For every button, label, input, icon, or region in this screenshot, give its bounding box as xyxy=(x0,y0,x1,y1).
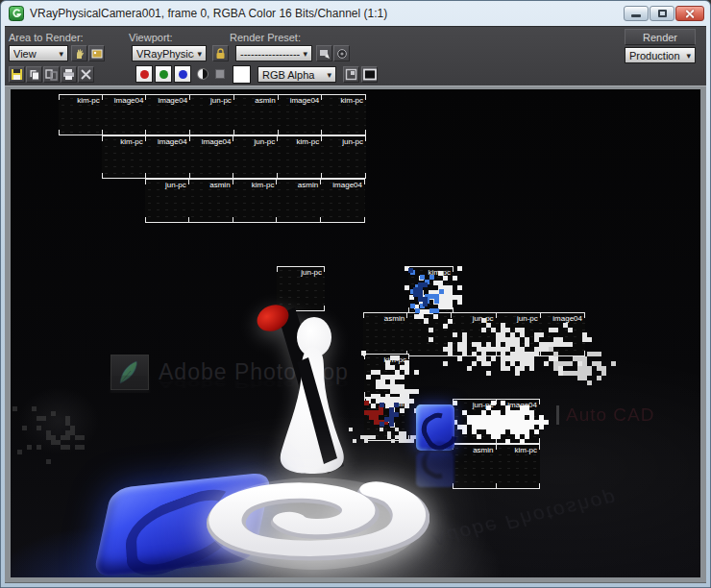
debris-gray-left xyxy=(12,406,17,411)
strip-segment: kim-pc xyxy=(497,445,541,488)
lock-icon xyxy=(215,48,226,60)
strip-segment-label: kim-pc xyxy=(383,355,406,365)
strip-segment: image04 xyxy=(497,400,541,443)
clone-window-button[interactable] xyxy=(43,66,60,83)
save-image-button[interactable] xyxy=(9,66,25,83)
strip-segment-label: asmin xyxy=(384,314,405,324)
strip-segment-label: asmin xyxy=(298,181,318,190)
strip-segment-label: kim-pc xyxy=(340,96,363,106)
clone-icon xyxy=(45,68,58,81)
strip-segment-label: jun-pc xyxy=(517,314,538,324)
clear-icon xyxy=(80,68,92,81)
maximize-icon xyxy=(658,10,667,17)
strip-segment-label: image04 xyxy=(507,401,537,410)
strip-segment: jun-pc xyxy=(322,136,366,178)
viewport-label: Viewport: xyxy=(129,32,173,43)
strip-segment: kim-pc xyxy=(59,95,103,135)
save-icon xyxy=(11,68,23,81)
title-bar[interactable]: VRayPhysicalCamera001, frame 0, RGBA Col… xyxy=(1,1,710,26)
monochrome-button[interactable] xyxy=(197,68,208,80)
viewport-display-button[interactable] xyxy=(361,66,378,83)
viewport-select[interactable]: VRayPhysicalCam xyxy=(132,45,207,61)
background-color-swatch[interactable] xyxy=(233,65,251,84)
debris-explosion-darkblue xyxy=(408,268,413,273)
strip-segment-label: kim-pc xyxy=(297,137,320,147)
minimize-icon xyxy=(631,14,641,17)
strip-segment-label: jun-pc xyxy=(473,401,494,410)
strip-segment: jun-pc xyxy=(453,400,497,443)
blue-channel-button[interactable] xyxy=(174,65,191,83)
window-title: VRayPhysicalCamera001, frame 0, RGBA Col… xyxy=(30,7,616,20)
strip-segment: jun-pc xyxy=(233,136,278,178)
strip-segment-label: image04 xyxy=(202,137,232,147)
strip-segment-label: jun-pc xyxy=(165,181,186,190)
film-strip-top-2: kim-pcimage04image04jun-pckim-pcjun-pc xyxy=(102,135,366,179)
toolbar: Area to Render: Viewport: Render Preset:… xyxy=(5,26,706,86)
debris-red xyxy=(364,401,369,405)
strip-segment: image04 xyxy=(279,95,323,135)
film-strip-top-3: jun-pcasminkim-pcasminimage04 xyxy=(145,179,365,223)
overlay-icon xyxy=(345,68,357,81)
autocad-bar xyxy=(556,405,559,425)
channel-select[interactable]: RGB Alpha xyxy=(257,66,336,83)
film-strip-right-2: asminkim-pc xyxy=(453,444,540,489)
strip-segment-label: asmin xyxy=(386,400,406,409)
copy-icon xyxy=(28,68,40,81)
clear-button[interactable] xyxy=(78,66,94,83)
strip-segment: kim-pc xyxy=(408,267,454,312)
red-channel-icon xyxy=(140,70,149,79)
render-preset-label: Render Preset: xyxy=(230,32,301,43)
floor-reflection-blob xyxy=(11,373,116,469)
render-mode-select[interactable]: Production xyxy=(625,47,696,63)
environment-button[interactable] xyxy=(333,45,350,61)
strip-segment xyxy=(407,313,452,355)
close-button[interactable] xyxy=(675,6,704,21)
area-to-render-label: Area to Render: xyxy=(9,32,84,43)
autocad-text: Auto CAD xyxy=(556,404,654,426)
strip-segment-label: image04 xyxy=(114,96,144,106)
strip-segment: image04 xyxy=(146,95,190,135)
debris-trail xyxy=(424,318,429,323)
green-channel-button[interactable] xyxy=(155,65,172,83)
strip-segment: kim-pc xyxy=(102,136,146,178)
red-channel-button[interactable] xyxy=(135,65,153,83)
maximize-button[interactable] xyxy=(650,6,674,21)
film-strip-top-1: kim-pcimage04image04jun-pcasminimage04ki… xyxy=(59,94,366,135)
strip-segment: image04 xyxy=(541,313,585,355)
strip-segment: jun-pc xyxy=(145,180,189,222)
strip-segment-label: image04 xyxy=(332,181,362,190)
frame-overlay-button[interactable] xyxy=(343,66,359,83)
film-strip-right-1: jun-pcimage04 xyxy=(453,399,540,444)
strip-segment-label: jun-pc xyxy=(301,268,322,278)
strip-segment: jun-pc xyxy=(497,313,541,355)
edit-region-button[interactable] xyxy=(71,45,87,61)
render-button[interactable]: Render xyxy=(625,29,696,45)
lock-viewport-button[interactable] xyxy=(212,45,229,61)
strip-segment-label: jun-pc xyxy=(342,137,363,147)
strip-segment-label: jun-pc xyxy=(473,314,494,324)
copy-image-button[interactable] xyxy=(26,66,42,83)
render-preset-select[interactable]: -------------------- xyxy=(235,45,312,61)
strip-segment-label: asmin xyxy=(209,181,230,190)
render-setup-button[interactable] xyxy=(316,45,332,61)
strip-segment-label: kim-pc xyxy=(252,181,275,190)
strip-segment-label: image04 xyxy=(158,96,187,106)
strip-segment-label: jun-pc xyxy=(210,96,232,106)
auto-region-button[interactable] xyxy=(88,45,105,61)
minimize-button[interactable] xyxy=(624,6,649,21)
environment-icon xyxy=(336,48,348,60)
strip-segment: asmin xyxy=(189,180,233,222)
render-canvas: Adobe Photoshop Adobe Photoshop Auto CAD… xyxy=(11,89,700,577)
strip-segment: kim-pc xyxy=(322,95,366,135)
print-image-button[interactable] xyxy=(61,66,77,83)
strip-segment-label: image04 xyxy=(158,137,187,147)
strip-segment-label: kim-pc xyxy=(77,96,100,106)
photoshop-logo-reflection xyxy=(110,376,149,394)
blue-channel-icon xyxy=(179,70,187,79)
figure-sculpture xyxy=(253,305,373,482)
strip-segment-label: kim-pc xyxy=(514,446,537,455)
strip-segment-label: image04 xyxy=(290,96,320,106)
area-to-render-select[interactable]: View xyxy=(9,45,68,61)
strip-segment-label: image04 xyxy=(552,314,582,324)
alpha-channel-button[interactable] xyxy=(215,69,225,79)
